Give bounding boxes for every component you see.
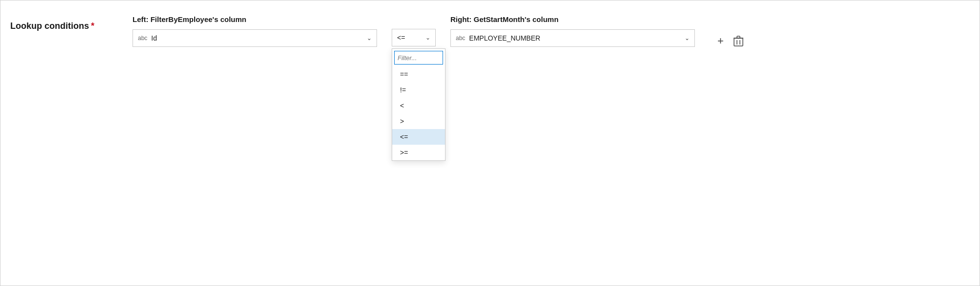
svg-rect-0 [734,38,743,46]
operator-option-eq[interactable]: == [392,66,445,82]
operator-value: <= [397,34,405,42]
add-condition-button[interactable]: + [714,33,727,49]
left-column-dropdown[interactable]: abc Id ⌄ [133,29,377,47]
right-column-dropdown[interactable]: abc EMPLOYEE_NUMBER ⌄ [450,29,695,47]
right-type-badge: abc [456,35,465,42]
lookup-conditions-label: Lookup conditions [10,21,89,31]
left-type-badge: abc [138,35,147,42]
filter-input-container [392,49,445,66]
right-column: Right: GetStartMonth's column abc EMPLOY… [450,15,695,47]
left-dropdown-value: Id [151,34,363,42]
right-dropdown-arrow: ⌄ [685,35,690,42]
lookup-conditions-panel: Lookup conditions * Left: FilterByEmploy… [0,0,980,286]
operator-arrow: ⌄ [425,34,430,41]
operator-option-gte[interactable]: >= [392,145,445,160]
operator-option-neq[interactable]: != [392,82,445,98]
delete-condition-button[interactable] [731,34,746,48]
trash-icon [734,36,743,46]
operator-menu: == != < > <= >= [392,48,445,161]
operator-option-lt[interactable]: < [392,98,445,113]
operator-option-gt[interactable]: > [392,113,445,129]
left-dropdown-arrow: ⌄ [367,35,372,42]
operator-option-lte[interactable]: <= [392,129,445,145]
left-column-header: Left: FilterByEmployee's column [133,15,377,23]
right-dropdown-value: EMPLOYEE_NUMBER [469,34,681,42]
lookup-label-group: Lookup conditions * [10,21,118,31]
action-buttons: + [714,33,746,49]
filter-input[interactable] [394,51,443,65]
operator-section: <= ⌄ == != < > <= >= [392,15,436,46]
left-column: Left: FilterByEmployee's column abc Id ⌄ [133,15,377,47]
required-indicator: * [91,21,94,31]
operator-dropdown[interactable]: <= ⌄ [392,29,436,46]
right-column-header: Right: GetStartMonth's column [450,15,695,23]
